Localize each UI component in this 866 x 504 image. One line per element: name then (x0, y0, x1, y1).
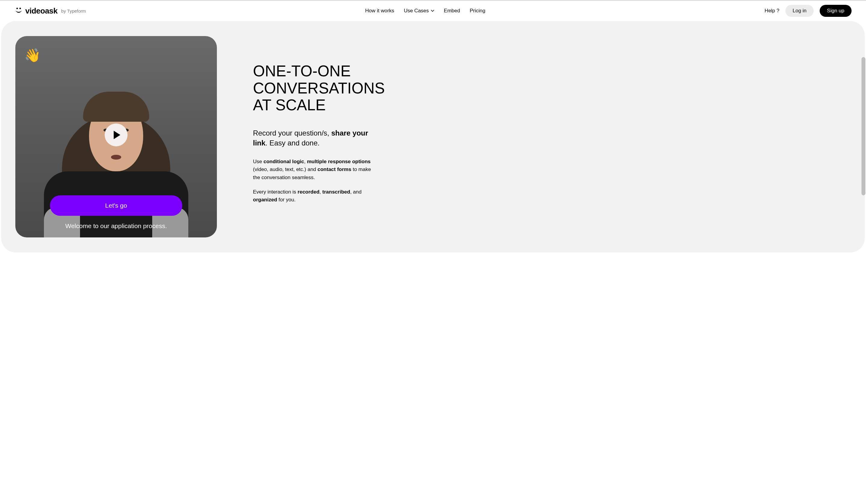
scrollbar-thumb[interactable] (862, 57, 865, 195)
help-link[interactable]: Help ? (765, 8, 779, 14)
svg-point-0 (16, 8, 18, 9)
svg-point-1 (20, 8, 21, 9)
nav-embed[interactable]: Embed (444, 8, 460, 14)
logo-area[interactable]: videoask by Typeform (14, 6, 86, 16)
hero-body-1: Use conditional logic, multiple response… (253, 158, 379, 182)
play-button[interactable] (105, 124, 127, 146)
nav-pricing[interactable]: Pricing (469, 8, 485, 14)
primary-nav: How it works Use Cases Embed Pricing (365, 8, 485, 14)
hero-text-column: ONE-TO-ONE CONVERSATIONS AT SCALE Record… (253, 63, 379, 210)
hero-subtitle: Record your question/s, share your link.… (253, 128, 379, 148)
logo-byline: by Typeform (61, 9, 86, 13)
scrollbar-track[interactable] (861, 0, 866, 252)
hero-title: ONE-TO-ONE CONVERSATIONS AT SCALE (253, 63, 379, 113)
video-preview-card: 👋 Let's go Welcome to our application pr… (15, 36, 217, 238)
nav-use-cases[interactable]: Use Cases (404, 8, 434, 14)
video-caption: Welcome to our application process. (65, 222, 167, 230)
lets-go-button[interactable]: Let's go (50, 195, 182, 216)
hero-body-2: Every interaction is recorded, transcrib… (253, 188, 379, 204)
nav-how-it-works[interactable]: How it works (365, 8, 394, 14)
main-header: videoask by Typeform How it works Use Ca… (0, 1, 866, 21)
hero-section: 👋 Let's go Welcome to our application pr… (1, 21, 865, 252)
wave-emoji-icon: 👋 (24, 47, 41, 63)
signup-button[interactable]: Sign up (820, 5, 852, 17)
logo-text: videoask (25, 6, 57, 16)
videoask-logo-icon (14, 7, 23, 15)
chevron-down-icon (431, 9, 434, 13)
nav-right: Help ? Log in Sign up (765, 5, 852, 17)
login-button[interactable]: Log in (785, 5, 814, 17)
play-icon (114, 131, 120, 139)
